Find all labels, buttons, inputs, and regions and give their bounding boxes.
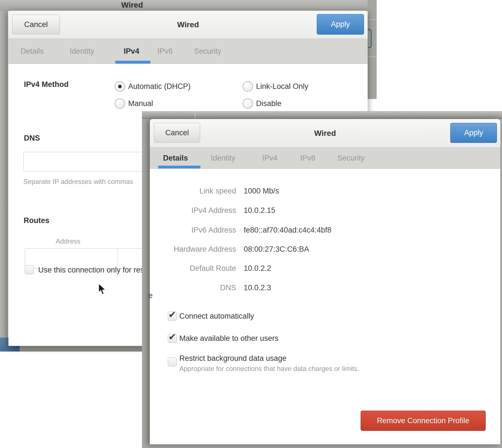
background-window-titlebar: Wired [0, 0, 377, 11]
details-row-ipv6-address: IPv6 Address fe80::af70:40ad:c4c4:4bf8 [150, 225, 500, 235]
row-label: Hardware Address [150, 244, 236, 254]
dialog-title: Wired [8, 11, 368, 39]
tab-details[interactable]: Details [21, 39, 44, 64]
details-row-hardware-address: Hardware Address 08:00:27:3C:C6:BA [150, 244, 500, 254]
radio-disable[interactable] [243, 98, 253, 109]
tab-bar: Details Identity IPv4 IPv6 Security [8, 39, 368, 64]
restrict-background-data-checkbox[interactable] [168, 357, 177, 366]
dialog-header: Wired Cancel Apply [8, 11, 368, 39]
check-icon: ✔ [168, 332, 176, 341]
row-separator [368, 57, 377, 57]
connect-automatically-checkbox[interactable]: ✔ [168, 312, 177, 321]
connect-automatically-label[interactable]: Connect automatically [179, 312, 254, 321]
tab-security[interactable]: Security [337, 148, 365, 168]
row-separator [368, 19, 377, 20]
tab-ipv4[interactable]: IPv4 [124, 39, 139, 64]
remove-connection-profile-button[interactable]: Remove Connection Profile [361, 411, 486, 431]
row-value: 10.0.2.2 [244, 264, 271, 273]
background-window-bottom-edge [20, 346, 144, 352]
routes-section-label: Routes [24, 216, 49, 225]
row-value: 08:00:27:3C:C6:BA [244, 244, 309, 254]
details-row-ipv4-address: IPv4 Address 10.0.2.15 [150, 206, 500, 215]
row-label: Link speed [150, 186, 236, 196]
cancel-button[interactable]: Cancel [12, 15, 60, 34]
make-available-checkbox[interactable]: ✔ [168, 334, 177, 343]
dns-hint: Separate IP addresses with commas [23, 178, 133, 186]
radio-manual[interactable] [115, 98, 125, 109]
restrict-background-data-hint: Appropriate for connections that have da… [179, 365, 359, 373]
active-tab-underline [115, 61, 150, 64]
row-label: DNS [150, 283, 236, 292]
radio-manual-label[interactable]: Manual [128, 98, 153, 109]
text-fragment-artifact: e [148, 291, 153, 300]
parent-window-seam [195, 111, 195, 119]
dialog-title: Wired [150, 119, 500, 147]
tab-identity[interactable]: Identity [70, 39, 94, 64]
apply-button[interactable]: Apply [317, 14, 364, 35]
radio-automatic-dhcp[interactable] [115, 81, 125, 92]
background-panel-fragment [368, 0, 377, 99]
wired-dialog-details: Wired Cancel Apply Details Identity IPv4… [150, 119, 500, 444]
radio-disable-label[interactable]: Disable [256, 98, 281, 109]
background-window-left-edge [0, 11, 8, 352]
restrict-background-data-label[interactable]: Restrict background data usage [179, 354, 286, 363]
use-only-for-network-checkbox[interactable] [25, 265, 34, 274]
tab-identity[interactable]: Identity [211, 148, 235, 168]
check-icon: ✔ [168, 310, 176, 319]
row-label: Default Route [150, 264, 236, 273]
details-row-default-route: Default Route 10.0.2.2 [150, 264, 500, 273]
front-window-fragment: Wired Cancel Apply Details Identity IPv4… [142, 111, 502, 448]
details-row-link-speed: Link speed 1000 Mb/s [150, 186, 500, 196]
mouse-cursor-icon [98, 283, 108, 298]
tab-ipv6[interactable]: IPv6 [157, 39, 173, 64]
make-available-label[interactable]: Make available to other users [179, 334, 279, 343]
tab-ipv6[interactable]: IPv6 [300, 148, 315, 168]
radio-automatic-dhcp-label[interactable]: Automatic (DHCP) [128, 81, 191, 92]
row-value: 10.0.2.15 [244, 206, 275, 215]
cancel-button[interactable]: Cancel [154, 123, 200, 143]
parent-window-top-edge [142, 111, 502, 119]
radio-link-local-only[interactable] [243, 81, 253, 92]
row-value: 10.0.2.3 [244, 283, 271, 292]
dialog-header: Wired Cancel Apply [150, 119, 500, 148]
dns-section-label: DNS [24, 134, 40, 143]
details-row-dns: DNS 10.0.2.3 [150, 283, 500, 292]
tab-ipv4[interactable]: IPv4 [262, 148, 277, 168]
row-label: IPv6 Address [150, 225, 236, 235]
apply-button[interactable]: Apply [450, 123, 497, 143]
row-value: 1000 Mb/s [244, 186, 279, 196]
tab-security[interactable]: Security [194, 39, 221, 64]
row-value: fe80::af70:40ad:c4c4:4bf8 [244, 225, 331, 235]
background-window-title: Wired [0, 0, 264, 11]
tab-bar: Details Identity IPv4 IPv6 Security [150, 148, 500, 169]
routes-address-header: Address [56, 237, 80, 245]
active-tab-underline [158, 166, 200, 168]
ipv4-method-label: IPv4 Method [24, 80, 69, 89]
row-label: IPv4 Address [150, 206, 236, 215]
radio-link-local-only-label[interactable]: Link-Local Only [256, 81, 308, 92]
tab-details[interactable]: Details [163, 148, 188, 168]
screen: Wired Wired Cancel Apply Details Identit… [0, 0, 502, 448]
